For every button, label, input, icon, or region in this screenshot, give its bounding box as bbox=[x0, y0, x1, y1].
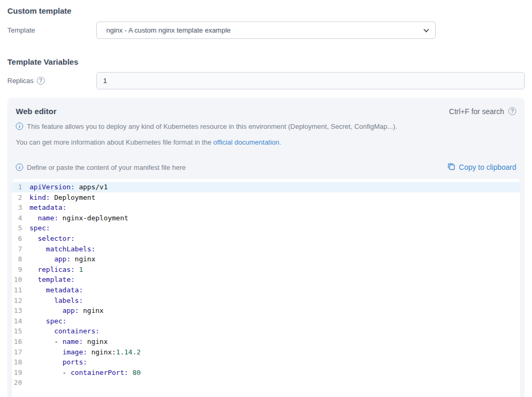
copy-icon bbox=[447, 162, 455, 172]
line-number: 7 bbox=[12, 244, 22, 255]
code-line[interactable]: 13 app: nginx bbox=[12, 306, 520, 316]
code-line-text: app: nginx bbox=[29, 254, 95, 264]
code-line[interactable]: 6 selector: bbox=[12, 233, 520, 244]
line-number: 18 bbox=[12, 357, 22, 368]
chevron-down-icon bbox=[423, 27, 429, 35]
feature-info-text: This feature allows you to deploy any ki… bbox=[27, 123, 397, 130]
template-select[interactable]: nginx - A custom nginx template example bbox=[96, 22, 436, 39]
manifest-hint-text: Define or paste the content of your mani… bbox=[27, 164, 186, 171]
line-number: 10 bbox=[12, 274, 22, 285]
web-editor-title: Web editor bbox=[16, 107, 56, 116]
line-number: 16 bbox=[12, 337, 22, 347]
code-line-text: containers: bbox=[29, 326, 99, 337]
code-line-text: image: nginx:1.14.2 bbox=[29, 347, 140, 358]
code-line[interactable]: 15 containers: bbox=[12, 326, 520, 337]
line-number: 13 bbox=[12, 306, 22, 316]
line-number: 17 bbox=[12, 347, 22, 358]
manifest-hint-group: i Define or paste the content of your ma… bbox=[16, 164, 186, 171]
code-line-text: - containerPort: 80 bbox=[29, 368, 140, 378]
replicas-label: Replicas bbox=[7, 77, 34, 85]
line-number: 6 bbox=[12, 233, 22, 244]
feature-info-line: i This feature allows you to deploy any … bbox=[16, 123, 516, 130]
info-icon: i bbox=[16, 123, 23, 130]
line-number: 5 bbox=[12, 223, 22, 233]
copy-to-clipboard-button[interactable]: Copy to clipboard bbox=[447, 162, 516, 172]
code-line-text: - name: nginx bbox=[29, 337, 108, 347]
code-line-text: metadata: bbox=[29, 285, 83, 296]
line-number: 11 bbox=[12, 285, 22, 296]
line-number: 14 bbox=[12, 316, 22, 327]
code-line[interactable]: 3metadata: bbox=[12, 202, 520, 213]
code-line-text: kind: Deployment bbox=[29, 192, 95, 203]
code-line[interactable]: 5spec: bbox=[12, 223, 520, 233]
code-line[interactable]: 7 matchLabels: bbox=[12, 244, 520, 255]
web-editor-panel: Web editor Ctrl+F for search ? i This fe… bbox=[7, 98, 525, 397]
code-line[interactable]: 18 ports: bbox=[12, 357, 520, 368]
code-line-text: labels: bbox=[29, 296, 83, 306]
code-line-text: app: nginx bbox=[29, 306, 104, 316]
official-documentation-link[interactable]: official documentation bbox=[213, 138, 279, 146]
web-editor-header: Web editor Ctrl+F for search ? bbox=[16, 107, 516, 116]
line-number: 20 bbox=[12, 378, 22, 388]
code-line[interactable]: 11 metadata: bbox=[12, 285, 520, 296]
line-number: 15 bbox=[12, 326, 22, 337]
question-icon[interactable]: ? bbox=[508, 107, 516, 115]
line-number: 3 bbox=[12, 202, 22, 213]
search-hint-group: Ctrl+F for search ? bbox=[449, 107, 516, 116]
code-line[interactable]: 17 image: nginx:1.14.2 bbox=[12, 347, 520, 358]
replicas-input[interactable] bbox=[96, 72, 525, 89]
docs-info-text: You can get more information about Kuber… bbox=[16, 138, 281, 146]
code-line[interactable]: 8 app: nginx bbox=[12, 254, 520, 264]
docs-info-line: You can get more information about Kuber… bbox=[16, 138, 516, 146]
code-line-text: name: nginx-deployment bbox=[29, 213, 128, 223]
template-row: Template nginx - A custom nginx template… bbox=[7, 22, 525, 39]
line-number: 2 bbox=[12, 192, 22, 203]
question-icon[interactable]: ? bbox=[37, 77, 45, 85]
code-line-text: matchLabels: bbox=[29, 244, 95, 255]
line-number: 4 bbox=[12, 213, 22, 223]
code-line-text: template: bbox=[29, 274, 75, 285]
line-number: 1 bbox=[12, 182, 22, 192]
code-line-text: selector: bbox=[29, 233, 75, 244]
replicas-row: Replicas ? bbox=[7, 72, 525, 89]
code-line-text: metadata: bbox=[29, 202, 66, 213]
copy-button-label: Copy to clipboard bbox=[459, 163, 516, 171]
code-line[interactable]: 1apiVersion: apps/v1 bbox=[12, 182, 520, 192]
line-number: 19 bbox=[12, 368, 22, 378]
code-line[interactable]: 12 labels: bbox=[12, 296, 520, 306]
code-line-text: spec: bbox=[29, 223, 50, 233]
page-title: Custom template bbox=[7, 6, 525, 16]
code-line[interactable]: 14 spec: bbox=[12, 316, 520, 327]
code-line-text: replicas: 1 bbox=[29, 264, 83, 275]
line-number: 8 bbox=[12, 254, 22, 264]
code-line[interactable]: 10 template: bbox=[12, 274, 520, 285]
search-hint-text: Ctrl+F for search bbox=[449, 107, 504, 116]
line-number: 9 bbox=[12, 264, 22, 275]
code-lines: 1apiVersion: apps/v12kind: Deployment3me… bbox=[12, 182, 520, 388]
code-line[interactable]: 19 - containerPort: 80 bbox=[12, 368, 520, 378]
replicas-label-group: Replicas ? bbox=[7, 77, 96, 85]
template-label: Template bbox=[7, 26, 96, 34]
code-line-text: apiVersion: apps/v1 bbox=[29, 182, 108, 192]
page: Custom template Template nginx - A custo… bbox=[0, 0, 532, 89]
line-number: 12 bbox=[12, 296, 22, 306]
manifest-hint-row: i Define or paste the content of your ma… bbox=[16, 162, 516, 172]
code-editor[interactable]: 1apiVersion: apps/v12kind: Deployment3me… bbox=[12, 179, 520, 397]
code-line[interactable]: 4 name: nginx-deployment bbox=[12, 213, 520, 223]
code-line[interactable]: 16 - name: nginx bbox=[12, 337, 520, 347]
template-variables-title: Template Variables bbox=[7, 57, 525, 67]
code-line[interactable]: 9 replicas: 1 bbox=[12, 264, 520, 275]
code-line-text: spec: bbox=[29, 316, 66, 327]
template-select-value: nginx - A custom nginx template example bbox=[106, 26, 230, 34]
code-line[interactable]: 20 bbox=[12, 378, 520, 388]
info-icon: i bbox=[16, 164, 23, 171]
code-line-text: ports: bbox=[29, 357, 87, 368]
code-line[interactable]: 2kind: Deployment bbox=[12, 192, 520, 203]
